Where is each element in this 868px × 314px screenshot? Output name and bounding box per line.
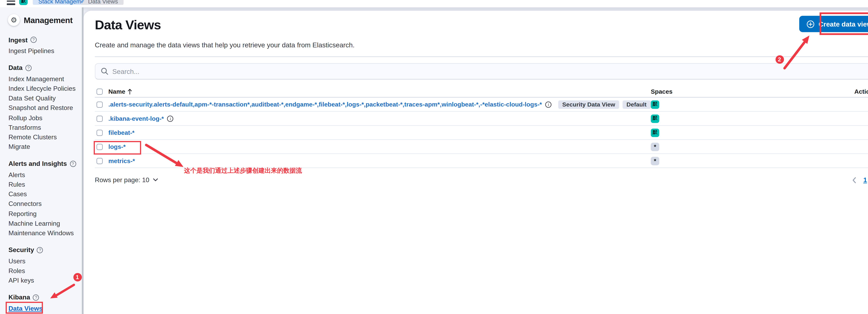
sidebar-item-index-management[interactable]: Index Management (8, 74, 84, 84)
sidebar-item-maintenance-windows[interactable]: Maintenance Windows (8, 228, 84, 238)
kibana-data-views-page: 默 Stack Management Data Views Management… (0, 0, 868, 314)
gear-icon (8, 14, 20, 26)
column-header-actions: Actions (854, 88, 868, 95)
page-number[interactable]: 1 (863, 177, 867, 183)
breadcrumb-data-views: Data Views (81, 0, 124, 5)
sidebar-item-api-keys[interactable]: API keys (8, 276, 84, 285)
sidebar-item-index-lifecycle-policies[interactable]: Index Lifecycle Policies (8, 83, 84, 93)
sidebar-item-cases[interactable]: Cases (8, 189, 84, 199)
help-icon (30, 37, 37, 43)
security-data-view-badge: Security Data View (558, 100, 619, 109)
data-view-link[interactable]: .alerts-security.alerts-default,apm-*-tr… (108, 101, 542, 108)
section-heading-label: Security (8, 246, 34, 253)
sidebar-item-ingest-pipelines[interactable]: Ingest Pipelines (8, 46, 84, 56)
space-avatar: 默 (651, 128, 659, 137)
data-view-link[interactable]: metrics-* (108, 158, 135, 164)
section-heading-label: Alerts and Insights (8, 160, 67, 167)
table-row: .kibana-event-log-* 默 (95, 112, 868, 126)
default-badge: Default (623, 100, 650, 109)
section-heading-label: Kibana (8, 294, 30, 301)
sidebar-item-migrate[interactable]: Migrate (8, 142, 84, 152)
page-title: Data Views (95, 18, 161, 32)
sidebar-item-connectors[interactable]: Connectors (8, 199, 84, 209)
help-icon (70, 161, 76, 167)
column-label-name: Name (108, 88, 125, 95)
sidebar-item-rules[interactable]: Rules (8, 180, 84, 189)
table-row: metrics-* * (95, 154, 868, 168)
data-view-link[interactable]: filebeat-* (108, 129, 134, 136)
chevron-left-icon (852, 177, 856, 183)
sidebar-item-data-views[interactable]: Data Views (8, 304, 84, 313)
sidebar-item-roles[interactable]: Roles (8, 266, 84, 276)
section-heading-label: Data (8, 64, 23, 71)
space-avatar: * (651, 156, 659, 165)
table-footer: Rows per page: 10 1 (95, 175, 868, 185)
create-button-label: Create data view (818, 20, 868, 28)
sidebar-item-users[interactable]: Users (8, 256, 84, 266)
sidebar-item-remote-clusters[interactable]: Remote Clusters (8, 132, 84, 142)
data-views-table: Name Spaces Actions .alerts-security.ale… (95, 86, 868, 168)
sort-ascending-icon (128, 88, 132, 95)
space-avatar-badge[interactable]: 默 (19, 0, 28, 5)
content-panel: Data Views Create data view Create and m… (84, 11, 868, 314)
section-heading-label: Ingest (8, 36, 28, 43)
sidebar-header: Management (8, 14, 84, 26)
plus-circle-icon (807, 20, 815, 28)
column-header-spaces: Spaces (651, 88, 673, 95)
help-icon (25, 65, 32, 71)
info-icon[interactable] (167, 115, 174, 121)
section-heading-ingest: Ingest (8, 36, 84, 44)
top-bar: 默 Stack Management Data Views (0, 0, 868, 7)
row-checkbox[interactable] (96, 130, 103, 136)
table-row: .alerts-security.alerts-default,apm-*-tr… (95, 98, 868, 111)
column-header-name[interactable]: Name (108, 88, 132, 95)
space-avatar: 默 (651, 100, 659, 109)
sidebar-item-transforms[interactable]: Transforms (8, 123, 84, 132)
section-heading-alerts-and-insights: Alerts and Insights (8, 160, 84, 168)
section-heading-data: Data (8, 64, 84, 72)
previous-page-button[interactable] (852, 177, 856, 183)
sidebar-title: Management (24, 15, 73, 25)
data-view-link[interactable]: logs-* (108, 143, 125, 150)
data-view-link[interactable]: .kibana-event-log-* (108, 115, 164, 122)
space-avatar: 默 (651, 114, 659, 123)
help-icon (33, 294, 39, 301)
space-avatar: * (651, 142, 659, 151)
table-header-row: Name Spaces Actions (95, 86, 868, 98)
pagination: 1 (852, 177, 868, 183)
select-all-checkbox[interactable] (96, 88, 103, 95)
management-sidebar: Management Ingest Ingest Pipelines Data … (0, 7, 84, 314)
sidebar-item-rollup-jobs[interactable]: Rollup Jobs (8, 113, 84, 123)
help-icon (37, 247, 43, 253)
app-body: Management Ingest Ingest Pipelines Data … (0, 7, 868, 314)
row-checkbox[interactable] (96, 143, 103, 150)
sidebar-item-snapshot-and-restore[interactable]: Snapshot and Restore (8, 103, 84, 113)
section-heading-kibana: Kibana (8, 293, 84, 302)
sidebar-item-machine-learning[interactable]: Machine Learning (8, 218, 84, 228)
sidebar-item-reporting[interactable]: Reporting (8, 209, 84, 218)
row-checkbox[interactable] (96, 101, 103, 108)
section-heading-security: Security (8, 246, 84, 254)
table-row: filebeat-* 默 (95, 126, 868, 140)
search-box (95, 63, 868, 79)
info-icon[interactable] (545, 101, 552, 108)
page-description: Create and manage the data views that he… (95, 41, 354, 49)
row-checkbox[interactable] (96, 115, 103, 121)
sidebar-item-alerts[interactable]: Alerts (8, 170, 84, 180)
row-checkbox[interactable] (96, 158, 103, 164)
search-icon (101, 68, 108, 75)
create-data-view-button[interactable]: Create data view (799, 16, 868, 32)
sidebar-item-data-set-quality[interactable]: Data Set Quality (8, 93, 84, 103)
chevron-down-icon (153, 178, 158, 182)
rows-per-page-button[interactable]: Rows per page: 10 (95, 177, 158, 183)
search-input[interactable] (112, 68, 868, 75)
sidebar-scrollbar[interactable] (82, 7, 84, 314)
rows-per-page-label: Rows per page: 10 (95, 177, 149, 183)
menu-icon[interactable] (7, 0, 15, 5)
divider (95, 57, 868, 57)
table-row-logs: logs-* * (95, 140, 868, 154)
